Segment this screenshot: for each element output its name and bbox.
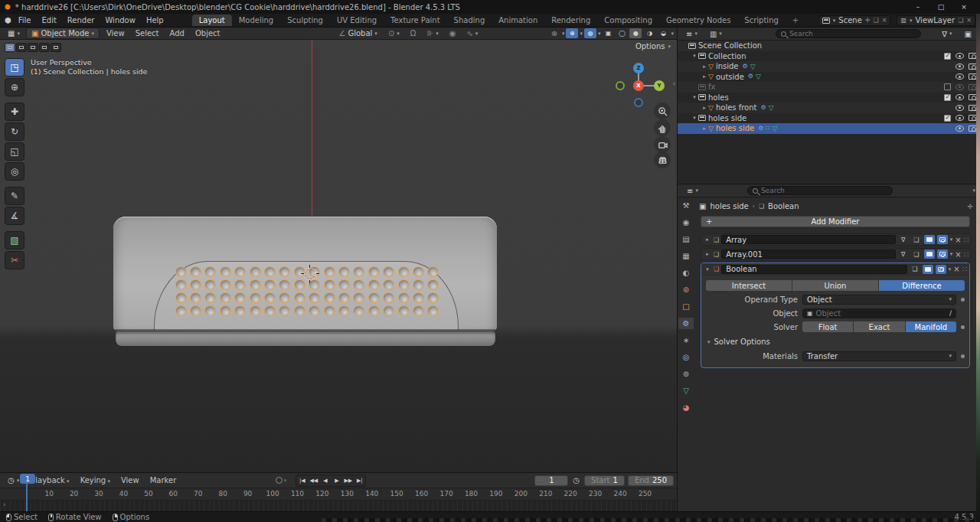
delete-modifier-icon[interactable]: × [953, 265, 959, 273]
properties-search[interactable] [747, 186, 893, 195]
modifier-row-array.001[interactable]: ▸❏Array.001∇❏▾×∷ [701, 248, 972, 260]
workspace-tab-animation[interactable]: Animation [492, 15, 544, 26]
exclude-checkbox[interactable] [944, 115, 951, 122]
solver-float-button[interactable]: Float [802, 321, 853, 332]
measure-tool[interactable]: ∡ [5, 207, 24, 225]
frame-start-field[interactable]: Start 1 [584, 475, 625, 486]
outliner-row-outside[interactable]: ▸▽outside⚙▽ [678, 72, 980, 83]
animate-dot[interactable] [961, 298, 965, 302]
close-button[interactable]: × [952, 0, 975, 14]
pin-icon[interactable]: ✛ [967, 203, 973, 210]
timeline-channels[interactable]: › [0, 501, 677, 512]
expand-arrow-icon[interactable]: ▾ [691, 53, 698, 59]
drag-handle-icon[interactable]: ∷ [964, 250, 969, 259]
hide-eye-icon[interactable] [956, 64, 964, 70]
add-modifier-button[interactable]: + Add Modifier [701, 216, 970, 227]
viewport-menu-view[interactable]: View [101, 28, 130, 39]
workspace-tab-uv-editing[interactable]: UV Editing [330, 15, 384, 26]
annotate-tool[interactable]: ✎ [5, 187, 24, 205]
select-box-tool[interactable]: ◳ [5, 58, 24, 77]
workspace-tab-compositing[interactable]: Compositing [597, 15, 659, 26]
jump-to-end-button[interactable]: ▶| [354, 475, 365, 486]
workspace-tab-rendering[interactable]: Rendering [544, 15, 597, 26]
viewport-menu-object[interactable]: Object [190, 28, 226, 39]
gizmo-z-neg[interactable] [634, 98, 643, 107]
workspace-tab-shading[interactable]: Shading [447, 15, 492, 26]
remove-viewlayer-icon[interactable]: × [966, 17, 972, 24]
xray-toggle[interactable]: ▣ [602, 28, 614, 38]
delete-modifier-icon[interactable]: × [955, 250, 961, 259]
on-cage-toggle[interactable]: ∇ [898, 250, 909, 259]
play-reverse-button[interactable]: ◀ [319, 475, 331, 486]
new-viewlayer-icon[interactable]: ❏ [958, 17, 963, 24]
workspace-tab-texture-paint[interactable]: Texture Paint [384, 15, 447, 26]
proportional-falloff-button[interactable]: ∿▾ [462, 28, 482, 38]
options-dropdown[interactable]: Options ▾ [635, 42, 671, 51]
edit-mode-toggle[interactable]: ❏ [910, 265, 920, 274]
properties-search-input[interactable] [761, 187, 887, 194]
modifier-name-field[interactable]: Boolean [721, 265, 907, 274]
pin-icon[interactable]: ✛ [865, 17, 871, 24]
show-gizmo-toggle[interactable]: ⊕ [566, 28, 578, 38]
select-mode-invert[interactable] [39, 43, 50, 52]
modifier-extras-chevron-icon[interactable]: ▾ [950, 237, 953, 243]
eyedropper-icon[interactable]: ∕ [949, 309, 952, 317]
object-picker-field[interactable]: ▣ Object ∕ [802, 308, 956, 318]
outliner-search-input[interactable] [789, 30, 916, 38]
expand-arrow-icon[interactable]: ▸ [701, 73, 708, 80]
stopwatch-icon[interactable]: ◷ [573, 476, 580, 484]
animate-dot[interactable] [961, 325, 965, 329]
playhead[interactable] [26, 484, 28, 512]
blender-menu-icon[interactable]: ⬢ [5, 16, 11, 24]
add-cube-tool[interactable]: ▧ [5, 231, 24, 250]
hide-eye-icon[interactable] [956, 126, 964, 132]
boolean-tool[interactable]: ✂ [5, 251, 24, 269]
hide-eye-icon[interactable] [956, 84, 964, 90]
expand-arrow-icon[interactable]: ▸ [704, 251, 711, 257]
realtime-display-toggle[interactable] [924, 235, 935, 244]
modifier-name-field[interactable]: Array.001 [721, 250, 896, 259]
operation-difference-button[interactable]: Difference [879, 280, 965, 291]
properties-tab-world[interactable]: ⊛ [678, 284, 694, 295]
solver-options-panel-header[interactable]: ▾ Solver Options [706, 335, 965, 347]
modifier-name-field[interactable]: Array [721, 235, 896, 244]
shading-wireframe-button[interactable]: ◯ [616, 28, 628, 38]
breadcrumb-modifier[interactable]: Boolean [768, 202, 799, 210]
previous-keyframe-button[interactable]: ◀◀ [308, 475, 319, 486]
exclude-checkbox[interactable] [944, 53, 951, 60]
transform-tool[interactable]: ◎ [5, 162, 24, 181]
scene-selector[interactable]: ▾ Scene ✛ ❏ × [818, 15, 891, 26]
editor-type-button[interactable]: ▦▾ [3, 28, 24, 38]
scale-tool[interactable]: ◱ [5, 142, 24, 161]
viewport-menu-add[interactable]: Add [165, 28, 190, 39]
workspace-tab-scripting[interactable]: Scripting [737, 15, 785, 26]
modifier-row-boolean[interactable]: ▾❏Boolean❏▾×∷ [701, 263, 969, 276]
viewport-3d[interactable]: Options ▾ User Perspective (1) Scene Col… [0, 40, 677, 472]
workspace-tab-modeling[interactable]: Modeling [232, 15, 281, 26]
cursor-tool[interactable]: ⊕ [5, 78, 24, 96]
outliner-search[interactable] [776, 29, 921, 38]
move-tool[interactable]: ✚ [5, 103, 24, 121]
properties-tab-object-data[interactable]: ▽ [678, 385, 694, 396]
gizmo-y-axis[interactable]: Y [654, 80, 665, 91]
workspace-tab-layout[interactable]: Layout [192, 15, 232, 26]
menu-file[interactable]: File [13, 15, 37, 26]
current-frame-badge[interactable]: 1 [20, 474, 35, 484]
breadcrumb-object[interactable]: holes side [710, 202, 748, 210]
properties-tab-constraints[interactable]: ⊚ [678, 368, 694, 380]
mode-selector[interactable]: ▣ Object Mode ▾ [26, 28, 100, 39]
pivot-point-button[interactable]: ⊙▾ [384, 28, 404, 38]
outliner-row-holes-side[interactable]: ▾holes side [678, 113, 980, 124]
rotate-tool[interactable]: ↻ [5, 122, 24, 141]
solver-exact-button[interactable]: Exact [854, 321, 904, 332]
add-workspace-button[interactable]: + [787, 15, 804, 26]
unlink-icon[interactable]: × [882, 17, 887, 24]
gizmo-x-axis[interactable]: X [633, 80, 644, 91]
workspace-tab-geometry-nodes[interactable]: Geometry Nodes [659, 15, 737, 26]
select-mode-new[interactable] [5, 43, 15, 52]
delete-modifier-icon[interactable]: × [955, 236, 961, 244]
properties-tab-material[interactable]: ◕ [678, 402, 694, 413]
jump-to-start-button[interactable]: |◀ [296, 475, 308, 486]
zoom-icon[interactable] [654, 103, 671, 119]
current-frame-field[interactable]: 1 [534, 475, 568, 486]
